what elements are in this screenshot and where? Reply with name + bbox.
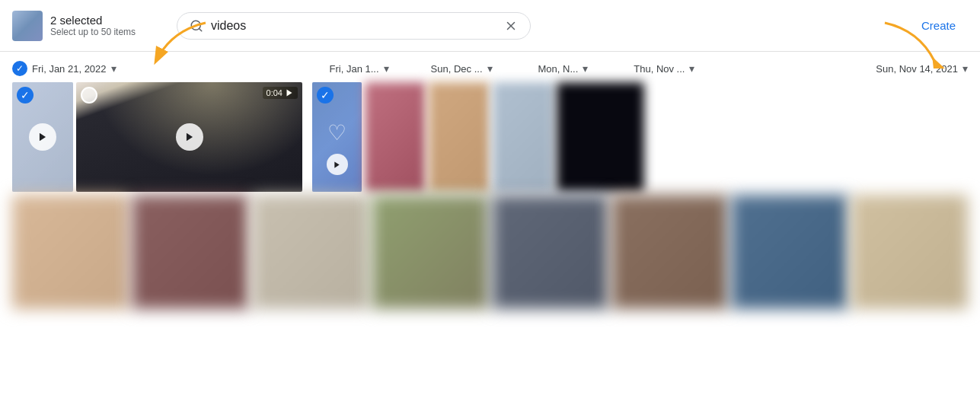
group-separator-1	[307, 82, 308, 192]
svg-marker-7	[287, 90, 292, 97]
chevron-down-icon-fri-jan-21: ▾	[111, 62, 117, 75]
date-group-label-mon-n: Mon, N...	[538, 63, 579, 75]
chevron-down-icon-fri-jan-1: ▾	[384, 62, 389, 75]
selected-info: 2 selected Select up to 50 items	[12, 11, 164, 41]
chevron-down-icon-mon-n: ▾	[583, 62, 588, 75]
date-group-label-fri-jan-1: Fri, Jan 1...	[330, 63, 379, 75]
media-row-2	[0, 195, 980, 309]
checkbox-3: ✓	[317, 87, 334, 104]
checkbox-2	[81, 87, 97, 104]
media-item-row2-8[interactable]	[851, 195, 968, 309]
date-groups-header: ✓ Fri, Jan 21, 2022 ▾ Fri, Jan 1... ▾ Su…	[0, 52, 980, 82]
checked-icon-1: ✓	[17, 87, 34, 104]
selected-max-label: Select up to 50 items	[50, 27, 136, 37]
media-item-row2-1[interactable]	[12, 195, 129, 309]
media-row-1: ✓ 0:04 ✓ ♡	[0, 82, 980, 192]
media-item-3[interactable]: ✓ ♡	[312, 82, 362, 192]
media-item-4[interactable]	[365, 82, 426, 192]
date-group-label-sun-nov-14: Sun, Nov 14, 2021	[876, 63, 958, 75]
chevron-down-icon-thu-nov: ▾	[689, 62, 694, 75]
date-group-mon-n[interactable]: Mon, N... ▾	[538, 62, 589, 75]
date-group-label-sun-dec: Sun, Dec ...	[431, 63, 483, 75]
checked-icon-3: ✓	[317, 87, 334, 104]
svg-line-1	[199, 28, 201, 30]
media-item-row2-2[interactable]	[132, 195, 248, 309]
search-container	[177, 12, 531, 40]
chevron-down-icon-sun-dec: ▾	[487, 62, 493, 75]
media-item-row2-4[interactable]	[372, 195, 488, 309]
svg-marker-9	[334, 161, 339, 167]
media-item-1[interactable]: ✓	[12, 82, 73, 192]
selected-count-label: 2 selected	[50, 14, 136, 27]
search-box[interactable]	[177, 12, 531, 40]
date-group-check-fri-jan-21: ✓	[12, 61, 27, 76]
media-item-row2-6[interactable]	[611, 195, 728, 309]
search-input[interactable]	[211, 19, 496, 33]
play-button-1	[29, 123, 56, 151]
chevron-down-icon-sun-nov-14: ▾	[962, 62, 968, 75]
clear-search-button[interactable]	[504, 19, 518, 33]
unchecked-icon-2	[81, 87, 97, 104]
media-item-row2-3[interactable]	[252, 195, 369, 309]
date-group-fri-jan-21[interactable]: ✓ Fri, Jan 21, 2022 ▾	[12, 61, 117, 76]
media-item-row2-7[interactable]	[731, 195, 848, 309]
date-group-label-thu-nov: Thu, Nov ...	[634, 63, 685, 75]
app-header: 2 selected Select up to 50 items Create	[0, 0, 980, 52]
date-group-fri-jan-1[interactable]: Fri, Jan 1... ▾	[330, 62, 389, 75]
media-item-5[interactable]	[429, 82, 490, 192]
media-item-6[interactable]	[493, 82, 554, 192]
media-item-row2-5[interactable]	[492, 195, 608, 309]
play-button-3	[327, 154, 348, 175]
media-item-2[interactable]: 0:04	[76, 82, 302, 192]
date-group-sun-dec[interactable]: Sun, Dec ... ▾	[431, 62, 493, 75]
search-icon	[190, 19, 203, 33]
play-button-2	[176, 123, 203, 151]
checkbox-1: ✓	[17, 87, 34, 104]
date-group-sun-nov-14[interactable]: Sun, Nov 14, 2021 ▾	[876, 62, 968, 75]
date-group-thu-nov[interactable]: Thu, Nov ... ▾	[634, 62, 694, 75]
duration-badge-2: 0:04	[263, 87, 298, 99]
heart-decoration: ♡	[327, 120, 346, 145]
duration-text-2: 0:04	[267, 88, 283, 97]
selected-text-block: 2 selected Select up to 50 items	[50, 14, 136, 37]
selected-avatar-thumbnail	[12, 11, 43, 41]
svg-marker-6	[40, 133, 46, 142]
media-item-7[interactable]	[557, 82, 644, 192]
svg-marker-8	[186, 133, 192, 142]
date-group-label-fri-jan-21: Fri, Jan 21, 2022	[32, 63, 107, 75]
create-button[interactable]: Create	[909, 13, 968, 38]
